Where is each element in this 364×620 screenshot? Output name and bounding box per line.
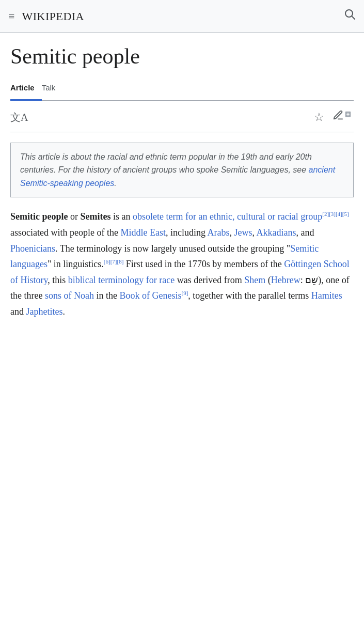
tab-talk[interactable]: Talk xyxy=(42,78,63,101)
watchlist-star-icon[interactable]: ☆ xyxy=(314,108,324,126)
text-and: , and xyxy=(296,227,314,238)
hatnote-suffix: . xyxy=(114,179,116,188)
text-derived: was derived from xyxy=(175,275,244,285)
action-bar-left: 文A xyxy=(10,109,28,126)
text-terminology: . The terminology is now largely unused … xyxy=(55,243,290,254)
link-akkadians[interactable]: Akkadians xyxy=(256,227,296,238)
hatnote-box: This article is about the racial and eth… xyxy=(10,143,354,198)
term-semites: Semites xyxy=(80,211,110,222)
text-and2: and xyxy=(10,306,26,317)
article-intro-paragraph: Semitic people or Semites is an obsolete… xyxy=(10,209,354,319)
text-together: , together with the parallel terms xyxy=(188,290,311,301)
link-book-of-genesis[interactable]: Book of Genesis xyxy=(119,290,181,301)
header-left: ≡ WIKIPEDIA xyxy=(8,7,84,25)
link-sons-of-noah[interactable]: sons of Noah xyxy=(45,290,94,301)
link-hamites[interactable]: Hamites xyxy=(311,290,342,301)
text-including: , including xyxy=(166,227,208,238)
text-or: or xyxy=(68,211,80,222)
text-linguistics: " in linguistics. xyxy=(48,259,104,269)
page-content: Semitic people Article Talk 文A ☆ xyxy=(0,33,364,340)
language-icon[interactable]: 文A xyxy=(10,109,28,126)
link-middle-east[interactable]: Middle East xyxy=(120,227,166,238)
citation-9[interactable]: [9] xyxy=(181,290,188,296)
svg-line-1 xyxy=(352,17,355,19)
link-shem[interactable]: Shem xyxy=(244,275,265,285)
text-hebrew-intro: ( xyxy=(265,275,271,285)
site-logo: WIKIPEDIA xyxy=(22,7,84,25)
hamburger-icon[interactable]: ≡ xyxy=(8,11,14,22)
link-japhetites[interactable]: Japhetites xyxy=(26,306,63,317)
text-in-the: in the xyxy=(94,290,120,301)
logo-text-rest: IKIPEDIA xyxy=(33,10,84,23)
tab-article[interactable]: Article xyxy=(10,78,42,101)
link-obsolete-term[interactable]: obsolete term for an ethnic, cultural or… xyxy=(133,211,322,222)
link-jews[interactable]: Jews xyxy=(234,227,252,238)
hatnote-text: This article is about the racial and eth… xyxy=(20,152,312,175)
edit-icon[interactable] xyxy=(333,108,354,126)
text-first-used: First used in the 1770s by members of th… xyxy=(123,259,284,269)
link-arabs[interactable]: Arabs xyxy=(207,227,229,238)
text-this: , this xyxy=(48,275,68,285)
text-is-an: is an xyxy=(110,211,133,222)
term-semitic-people: Semitic people xyxy=(10,211,68,222)
citations-1[interactable]: [2][3][4][5] xyxy=(322,211,349,217)
search-icon[interactable] xyxy=(343,7,356,25)
page-title: Semitic people xyxy=(10,43,354,69)
action-bar: 文A ☆ xyxy=(10,101,354,132)
citations-2[interactable]: [6][7][8] xyxy=(104,258,123,265)
link-phoenicians[interactable]: Phoenicians xyxy=(10,243,55,254)
link-biblical-terminology[interactable]: biblical terminology for race xyxy=(68,275,175,285)
logo-text: W xyxy=(22,10,33,23)
action-bar-right: ☆ xyxy=(314,108,354,126)
site-header: ≡ WIKIPEDIA xyxy=(0,0,364,33)
svg-point-0 xyxy=(345,10,353,17)
text-associated: associated with people of the xyxy=(10,227,120,238)
article-body: Semitic people or Semites is an obsolete… xyxy=(10,209,354,319)
link-hebrew[interactable]: Hebrew xyxy=(271,275,300,285)
tabs-bar: Article Talk xyxy=(10,78,354,101)
text-period: . xyxy=(62,306,65,317)
